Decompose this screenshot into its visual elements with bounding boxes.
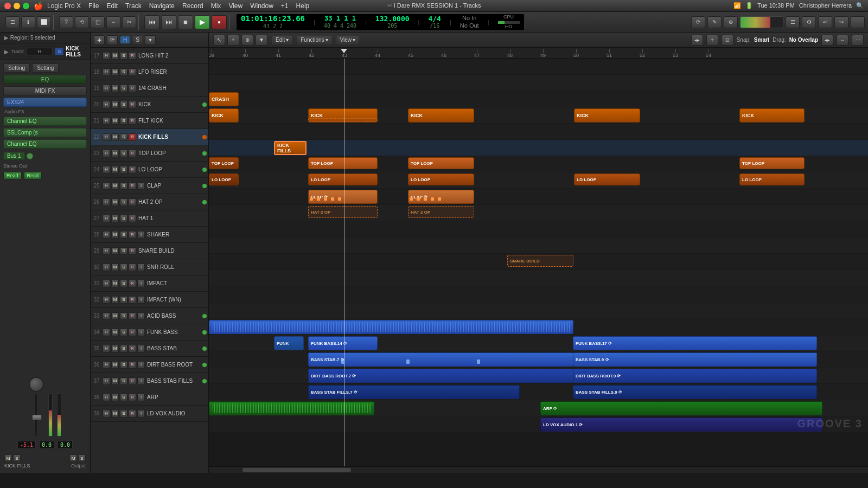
filter-btn[interactable]: ▼ xyxy=(145,35,156,45)
apple-menu[interactable]: 🍎 xyxy=(34,2,43,10)
kick-region-4[interactable]: KICK xyxy=(574,108,640,123)
crash-region[interactable]: CRASH xyxy=(209,92,239,106)
track-21-m[interactable]: M xyxy=(111,117,119,125)
track-38-m[interactable]: M xyxy=(111,394,119,401)
channel-eq2-btn[interactable]: Channel EQ xyxy=(3,139,87,149)
track-30-r[interactable]: R xyxy=(129,264,136,271)
track-row-36[interactable]: 36 H M S R I DIRT BASS ROOT xyxy=(91,357,208,373)
toolbar-btn-8[interactable]: ✂ xyxy=(122,16,136,28)
track-row-19[interactable]: 19 H M S R 1/4 CRASH xyxy=(91,80,208,97)
track-17-r[interactable]: R xyxy=(129,52,136,60)
track-row-32[interactable]: 32 H M S R I IMPACT (WN) xyxy=(91,292,208,308)
track-19-m[interactable]: M xyxy=(111,85,119,92)
track-20-h[interactable]: H xyxy=(103,101,110,108)
play-button[interactable]: ▶ xyxy=(195,15,210,29)
track-18-r[interactable]: R xyxy=(129,68,136,76)
track-19-h[interactable]: H xyxy=(103,85,110,92)
track-28-h[interactable]: H xyxy=(103,231,110,239)
track-30-s[interactable]: S xyxy=(120,264,127,271)
menu-logic[interactable]: Logic Pro X xyxy=(47,2,81,10)
track-18-h[interactable]: H xyxy=(103,68,110,76)
midi-fx-btn[interactable]: MIDI FX xyxy=(3,86,87,95)
track-28-i[interactable]: I xyxy=(137,231,145,239)
kick-dashed-1[interactable] xyxy=(308,118,378,121)
top-loop-region-2[interactable]: TOP LOOP xyxy=(308,157,378,169)
bass-stab-fills-main[interactable]: BASS STAB FILLS.7 ⟳ xyxy=(308,385,520,399)
track-row-38[interactable]: 38 H M S R I ARP xyxy=(91,389,208,406)
track-19-s[interactable]: S xyxy=(120,85,127,92)
toolbar-btn-3[interactable]: ⬜ xyxy=(37,16,51,28)
arp-right[interactable]: ARP ⟳ xyxy=(540,401,822,415)
lo-loop-region-4[interactable]: LO LOOP xyxy=(574,174,640,185)
snap-arrows[interactable]: ◂▸ xyxy=(691,35,703,46)
track-36-i[interactable]: I xyxy=(137,361,145,369)
track-34-r[interactable]: R xyxy=(129,329,136,336)
volume-fader[interactable] xyxy=(35,393,38,436)
track-30-h[interactable]: H xyxy=(103,264,110,271)
toolbar-btn-4[interactable]: ? xyxy=(59,16,73,28)
track-31-h[interactable]: H xyxy=(103,280,110,287)
close-button[interactable] xyxy=(4,3,11,9)
track-32-m[interactable]: M xyxy=(111,296,119,304)
track-17-m[interactable]: M xyxy=(111,52,119,60)
solo-btn-bottom[interactable]: S xyxy=(13,454,21,462)
list-button[interactable]: ☰ xyxy=(786,16,800,28)
zoom-in-btn[interactable]: ◂▸ xyxy=(821,35,833,46)
view-dropdown[interactable]: View ▾ xyxy=(336,35,360,44)
track-row-37[interactable]: 37 H M S R I BASS STAB FILLS xyxy=(91,373,208,389)
stop-button[interactable]: ■ xyxy=(178,15,193,29)
track-info-s[interactable]: S xyxy=(55,48,63,55)
track-row-29[interactable]: 29 H M S R SNARE BUILD xyxy=(91,243,208,259)
track-22-h[interactable]: H xyxy=(103,133,110,141)
track-24-r[interactable]: R xyxy=(129,166,136,174)
search-icon[interactable]: 🔍 xyxy=(856,2,864,9)
snap-plus[interactable]: + xyxy=(706,35,718,46)
track-row-28[interactable]: 28 H M S R I SHAKER xyxy=(91,227,208,243)
toolbar-btn-7[interactable]: ↔ xyxy=(106,16,120,28)
menu-file[interactable]: File xyxy=(88,2,99,10)
track-26-r[interactable]: R xyxy=(129,198,136,206)
track-24-h[interactable]: H xyxy=(103,166,110,174)
track-31-m[interactable]: M xyxy=(111,280,119,287)
track-25-h[interactable]: H xyxy=(103,182,110,190)
menu-edit[interactable]: Edit xyxy=(106,2,118,10)
pan-knob[interactable] xyxy=(29,377,44,392)
track-32-h[interactable]: H xyxy=(103,296,110,304)
read-btn-1[interactable]: Read xyxy=(3,172,22,179)
clap-region-2[interactable]: CLAP ⟳ xyxy=(408,190,474,204)
track-36-m[interactable]: M xyxy=(111,361,119,369)
lo-loop-region-2[interactable]: LO LOOP xyxy=(308,174,378,185)
funk-bass-right[interactable]: FUNK BASS.17 ⟳ xyxy=(573,336,817,350)
track-31-r[interactable]: R xyxy=(129,280,136,287)
track-26-s[interactable]: S xyxy=(120,198,127,206)
track-35-r[interactable]: R xyxy=(129,345,136,352)
track-23-r[interactable]: R xyxy=(129,150,136,157)
marquee-tool[interactable]: ⊕ xyxy=(241,35,253,46)
track-29-h[interactable]: H xyxy=(103,247,110,255)
track-row-24[interactable]: 24 H M S R LO LOOP xyxy=(91,162,208,178)
edit-dropdown[interactable]: Edit ▾ xyxy=(272,35,292,44)
no-in-display[interactable]: No In No Out xyxy=(460,15,479,29)
track-row-17[interactable]: 17 H M S R LONG HIT 2 xyxy=(91,48,208,64)
redo-button[interactable]: ↪ xyxy=(834,16,848,28)
track-34-m[interactable]: M xyxy=(111,329,119,336)
track-row-23[interactable]: 23 H M S R TOP LOOP xyxy=(91,145,208,162)
track-row-31[interactable]: 31 H M S R I IMPACT xyxy=(91,275,208,292)
track-23-s[interactable]: S xyxy=(120,150,127,157)
menu-plus1[interactable]: +1 xyxy=(281,2,289,10)
track-37-r[interactable]: R xyxy=(129,377,136,385)
scrollbar-thumb[interactable] xyxy=(242,468,351,472)
options-button[interactable]: ⋯ xyxy=(851,16,865,28)
setting-btn-1[interactable]: Setting xyxy=(3,63,30,73)
drag-value[interactable]: No Overlap xyxy=(789,37,818,43)
pencil-tool[interactable]: + xyxy=(227,35,239,46)
sync-button[interactable]: ⟳ xyxy=(691,16,705,28)
rewind-button[interactable]: ⏮ xyxy=(144,15,159,29)
track-20-m[interactable]: M xyxy=(111,101,119,108)
toolbar-btn-2[interactable]: ℹ xyxy=(21,16,35,28)
kick-region-3[interactable]: KICK xyxy=(408,108,474,123)
track-28-r[interactable]: R xyxy=(129,231,136,239)
setting-btn-2[interactable]: Setting xyxy=(32,63,59,73)
track-38-h[interactable]: H xyxy=(103,394,110,401)
track-row-20[interactable]: 20 H M S R KICK xyxy=(91,97,208,113)
